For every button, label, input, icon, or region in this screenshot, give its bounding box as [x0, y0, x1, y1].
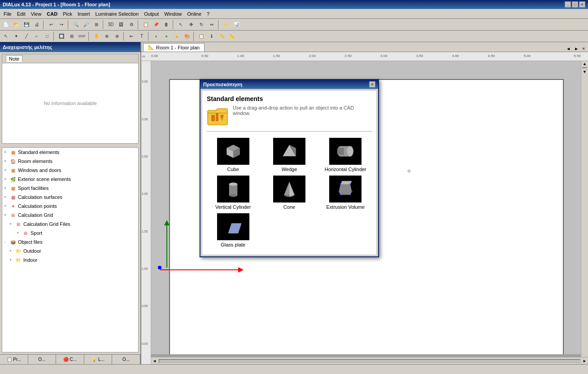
tb-scale[interactable]: ⇔: [207, 20, 217, 30]
menu-pick[interactable]: Pick: [60, 10, 75, 18]
close-btn[interactable]: ×: [579, 1, 585, 8]
minimize-btn[interactable]: _: [565, 1, 571, 8]
vscroll-up[interactable]: ▲: [581, 61, 588, 66]
tb-redo[interactable]: ↪: [57, 20, 66, 30]
tree-item-sport-facilities[interactable]: + ▦ Sport facilities: [2, 184, 138, 193]
element-vcylinder[interactable]: Vertical Cylinder: [207, 176, 259, 210]
tb-rotate[interactable]: ↻: [196, 20, 206, 30]
tree-item-sport[interactable]: + ⊞ Sport: [2, 229, 138, 238]
tb2-point[interactable]: ✦: [11, 31, 21, 41]
bottom-tab-c[interactable]: 🔴 C...: [56, 355, 84, 364]
tb2-light2[interactable]: ●: [161, 31, 171, 41]
menu-edit[interactable]: Edit: [14, 10, 28, 18]
element-glass[interactable]: Glass plate: [207, 213, 259, 247]
tb2-grid[interactable]: ⊞: [67, 31, 77, 41]
vscroll-down[interactable]: ▼: [581, 69, 588, 75]
glass-thumb[interactable]: [217, 213, 249, 240]
tab-nav-next[interactable]: ►: [573, 46, 580, 52]
menu-window[interactable]: Window: [161, 10, 184, 18]
tb-zoom-all[interactable]: ⊞: [91, 20, 101, 30]
tb2-props[interactable]: 📋: [196, 31, 206, 41]
vscroll-track[interactable]: [582, 67, 587, 68]
tab-nav-close[interactable]: ×: [581, 46, 586, 52]
bottom-tab-o1[interactable]: O...: [28, 355, 57, 364]
vcylinder-thumb[interactable]: [217, 176, 249, 202]
dialog-close-btn[interactable]: ×: [369, 81, 375, 88]
bottom-tab-l[interactable]: 💡 L...: [84, 355, 113, 364]
menu-cad[interactable]: CAD: [44, 10, 60, 18]
tree-item-calc-grid-files[interactable]: + ⊞ Calculation Grid Files: [2, 220, 138, 229]
tree-item-room-elements[interactable]: + 🏠 Room elements: [2, 157, 138, 166]
cad-tab-room1[interactable]: 📐 Room 1 - Floor plan: [143, 43, 205, 52]
tb2-dim[interactable]: ⇤: [126, 31, 136, 41]
element-extrusion[interactable]: Extrusion Volume: [319, 176, 372, 210]
tree-item-outdoor[interactable]: + 📁 Outdoor: [2, 246, 138, 255]
tab-nav-prev[interactable]: ◄: [565, 46, 572, 52]
tb2-color[interactable]: 🎨: [182, 31, 192, 41]
tree-item-exterior[interactable]: + 🌿 Exterior scene elements: [2, 175, 138, 184]
dialog-title-bar[interactable]: Προεπισκόπηση ×: [200, 80, 378, 89]
bottom-tab-o2[interactable]: O...: [112, 355, 140, 364]
tree-item-calc-grid[interactable]: + ⊞ Calculation Grid: [2, 211, 138, 220]
extrusion-thumb[interactable]: [329, 176, 362, 202]
tb-select[interactable]: ↖: [176, 20, 186, 30]
tb-copy[interactable]: 📋: [141, 20, 151, 30]
tb2-snap[interactable]: 🔲: [57, 31, 66, 41]
tb-save[interactable]: 💾: [22, 20, 31, 30]
menu-file[interactable]: File: [1, 10, 14, 18]
tb2-zoom-prev[interactable]: ⊗: [112, 31, 122, 41]
tree-item-windows-doors[interactable]: + ▦ Windows and doors: [2, 166, 138, 175]
hscroll-right[interactable]: ►: [581, 359, 588, 363]
element-cone[interactable]: Cone: [263, 176, 315, 210]
tb2-line[interactable]: ╱: [22, 31, 31, 41]
tree-item-calc-surfaces[interactable]: + ▦ Calculation surfaces: [2, 193, 138, 202]
tb-open[interactable]: 📂: [11, 20, 21, 30]
note-tab-item[interactable]: Note: [6, 55, 22, 62]
menu-help[interactable]: ?: [204, 10, 212, 18]
maximize-btn[interactable]: □: [572, 1, 578, 8]
tb2-dxf[interactable]: DXF: [77, 31, 87, 41]
tb-3d[interactable]: 3D: [106, 20, 116, 30]
element-hcylinder[interactable]: Horizontal Cylinder: [319, 138, 372, 172]
menu-luminaire[interactable]: Luminaire Selection: [93, 10, 142, 18]
tb-calc[interactable]: ⚡: [221, 20, 231, 30]
cone-thumb[interactable]: [273, 176, 305, 202]
tb-move[interactable]: ✥: [186, 20, 196, 30]
tb2-measure[interactable]: 📏: [217, 31, 227, 41]
tb-render[interactable]: 🖼: [116, 20, 126, 30]
menu-online[interactable]: Online: [184, 10, 204, 18]
dialog-standard-elements[interactable]: Προεπισκόπηση × Standard elements: [200, 79, 379, 257]
hscroll-track[interactable]: [159, 359, 580, 363]
tb2-select-all[interactable]: ↖: [1, 31, 11, 41]
h-scrollbar[interactable]: ◄ ►: [151, 357, 588, 364]
tree-item-object-files[interactable]: - 📦 Object files: [2, 238, 138, 246]
tree-item-standard-elements[interactable]: + ▦ Standard elements: [2, 148, 138, 157]
tree-item-calc-points[interactable]: + ✦ Calculation points: [2, 202, 138, 211]
tb2-light1[interactable]: ●: [151, 31, 161, 41]
tb2-info[interactable]: ℹ: [207, 31, 217, 41]
hscroll-left[interactable]: ◄: [151, 359, 158, 363]
hcylinder-thumb[interactable]: [329, 138, 362, 165]
wedge-thumb[interactable]: [273, 138, 305, 165]
tb-settings[interactable]: ⚙: [126, 20, 136, 30]
tree-item-indoor[interactable]: + 📁 Indoor: [2, 255, 138, 264]
bottom-tab-pr[interactable]: 📋 Pr...: [0, 355, 28, 364]
menu-view[interactable]: View: [28, 10, 44, 18]
cube-thumb[interactable]: [217, 138, 249, 165]
tb-report[interactable]: 📊: [231, 20, 241, 30]
element-wedge[interactable]: Wedge: [263, 138, 315, 172]
tb-paste[interactable]: 📌: [151, 20, 161, 30]
tb-zoom-in[interactable]: 🔍: [71, 20, 81, 30]
tb2-pan[interactable]: ✋: [91, 31, 101, 41]
tb-undo[interactable]: ↩: [46, 20, 56, 30]
tb2-light3[interactable]: ▲: [172, 31, 182, 41]
tb-delete[interactable]: 🗑: [161, 20, 171, 30]
tb2-profile[interactable]: 📐: [227, 31, 237, 41]
title-bar-controls[interactable]: _ □ ×: [565, 1, 585, 8]
tb2-polyline[interactable]: ⌐: [32, 31, 42, 41]
v-scrollbar[interactable]: ▲ ▼: [581, 61, 588, 357]
tb2-rect[interactable]: □: [42, 31, 52, 41]
tb2-text[interactable]: T: [137, 31, 147, 41]
cad-canvas-area[interactable]: m 0.00 0.50 1.00 1.50 2.00 2.50 3.00 3.5…: [141, 52, 588, 364]
tb-print[interactable]: 🖨: [32, 20, 42, 30]
